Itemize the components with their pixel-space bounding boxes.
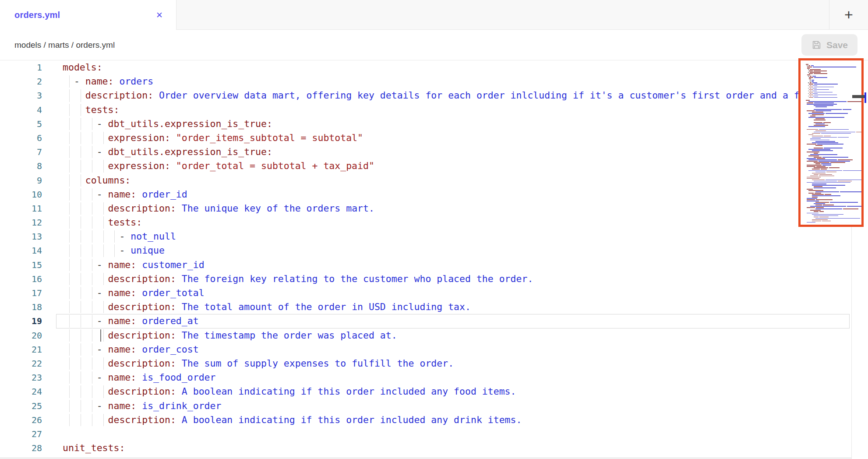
horizontal-scrollbar[interactable] <box>0 457 851 459</box>
code-line[interactable]: 25- name: is_drink_order <box>0 399 851 413</box>
indent-guide <box>69 400 70 412</box>
code-line[interactable]: 4tests: <box>0 103 851 117</box>
indent-guide <box>92 301 92 313</box>
code-line[interactable]: 21- name: order_cost <box>0 342 851 357</box>
code-line[interactable]: 13- not_null <box>0 230 851 244</box>
indent-guide <box>69 160 70 172</box>
code-line[interactable]: 19- name: ordered_at <box>0 314 851 328</box>
indent-guide <box>81 118 81 130</box>
code-line[interactable]: 5- dbt_utils.expression_is_true: <box>0 117 851 131</box>
line-number[interactable]: 2 <box>0 74 42 88</box>
code-line[interactable]: 8expression: "order_total = subtotal + t… <box>0 159 851 173</box>
code-line[interactable]: 7- dbt_utils.expression_is_true: <box>0 145 851 159</box>
code-line[interactable]: 3description: Order overview data mart, … <box>0 88 851 102</box>
code-line[interactable]: 23- name: is_food_order <box>0 371 851 385</box>
indent-guide <box>69 259 70 271</box>
minimap[interactable] <box>801 60 861 225</box>
line-number[interactable]: 5 <box>0 117 42 131</box>
indent-guide <box>69 357 70 370</box>
line-number[interactable]: 14 <box>0 244 42 258</box>
code-line[interactable]: 9columns: <box>0 173 851 187</box>
code-line[interactable]: 14- unique <box>0 244 851 258</box>
panel-resize-handle[interactable] <box>852 95 865 98</box>
line-number[interactable]: 9 <box>0 173 42 187</box>
indent-guide <box>81 357 81 370</box>
line-number[interactable]: 6 <box>0 131 42 145</box>
save-button[interactable]: Save <box>801 34 857 56</box>
indent-guide <box>92 160 92 172</box>
code-line[interactable]: 27 <box>0 427 851 441</box>
line-number[interactable]: 4 <box>0 103 42 117</box>
code-line[interactable]: 28unit_tests: <box>0 441 851 455</box>
indent-guide <box>92 343 92 356</box>
line-number[interactable]: 13 <box>0 230 42 244</box>
line-number[interactable]: 27 <box>0 427 42 441</box>
line-number[interactable]: 19 <box>0 314 42 328</box>
line-number[interactable]: 8 <box>0 159 42 173</box>
indent-guide <box>92 287 92 299</box>
code-text: description: A boolean indicating if thi… <box>108 413 522 427</box>
line-number[interactable]: 7 <box>0 145 42 159</box>
line-number[interactable]: 20 <box>0 328 42 342</box>
line-number[interactable]: 18 <box>0 300 42 314</box>
indent-guide <box>103 216 104 229</box>
indent-guide <box>69 216 70 229</box>
indent-guide <box>81 216 81 229</box>
line-number[interactable]: 12 <box>0 215 42 230</box>
panel-resize-handle-tick <box>864 92 866 103</box>
code-line[interactable]: 26description: A boolean indicating if t… <box>0 413 851 427</box>
indent-guide <box>92 414 92 426</box>
line-number[interactable]: 10 <box>0 187 42 201</box>
line-number[interactable]: 17 <box>0 286 42 300</box>
new-tab-button[interactable]: + <box>834 0 863 29</box>
line-number[interactable]: 26 <box>0 413 42 427</box>
save-icon <box>811 39 822 50</box>
code-line[interactable]: 1models: <box>0 60 851 74</box>
line-number[interactable]: 24 <box>0 385 42 399</box>
indent-guide <box>81 301 81 313</box>
indent-guide <box>103 301 104 313</box>
line-number[interactable]: 11 <box>0 201 42 215</box>
indent-guide <box>69 104 70 116</box>
line-number[interactable]: 3 <box>0 88 42 102</box>
code-line[interactable]: 15- name: customer_id <box>0 258 851 272</box>
code-line[interactable]: 20description: The timestamp the order w… <box>0 328 851 342</box>
line-number[interactable]: 25 <box>0 399 42 413</box>
code-text: - name: is_food_order <box>97 371 216 385</box>
close-icon[interactable]: ✕ <box>156 10 163 20</box>
code-text: columns: <box>85 173 131 187</box>
code-line[interactable]: 24description: A boolean indicating if t… <box>0 385 851 399</box>
line-number[interactable]: 15 <box>0 258 42 272</box>
indent-guide <box>92 216 92 229</box>
code-line[interactable]: 22description: The sum of supply expense… <box>0 357 851 371</box>
line-number[interactable]: 1 <box>0 60 42 74</box>
code-line[interactable]: 18description: The total amount of the o… <box>0 300 851 314</box>
indent-guide <box>81 385 81 398</box>
indent-guide <box>81 244 81 257</box>
indent-guide <box>92 371 92 384</box>
code-text: - dbt_utils.expression_is_true: <box>97 117 272 131</box>
code-text: - name: orders <box>74 74 153 88</box>
code-line[interactable]: 2- name: orders <box>0 74 851 88</box>
indent-guide <box>92 146 92 158</box>
indent-guide <box>69 385 70 398</box>
indent-guide <box>81 287 81 299</box>
line-number[interactable]: 16 <box>0 272 42 286</box>
indent-guide <box>81 174 81 187</box>
code-line[interactable]: 12tests: <box>0 215 851 230</box>
indent-guide <box>81 371 81 384</box>
code-editor[interactable]: 1models:2- name: orders3description: Ord… <box>0 60 851 459</box>
indent-guide <box>69 414 70 426</box>
code-line[interactable]: 10- name: order_id <box>0 187 851 201</box>
code-line[interactable]: 6expression: "order_items_subtotal = sub… <box>0 131 851 145</box>
indent-guide <box>69 329 70 342</box>
code-line[interactable]: 11description: The unique key of the ord… <box>0 201 851 215</box>
code-line[interactable]: 17- name: order_total <box>0 286 851 300</box>
line-number[interactable]: 23 <box>0 371 42 385</box>
line-number[interactable]: 21 <box>0 342 42 357</box>
code-line[interactable]: 16description: The foreign key relating … <box>0 272 851 286</box>
tab-orders-yml[interactable]: orders.yml ✕ <box>0 0 176 30</box>
indent-guide <box>92 315 92 327</box>
line-number[interactable]: 28 <box>0 441 42 455</box>
line-number[interactable]: 22 <box>0 357 42 371</box>
